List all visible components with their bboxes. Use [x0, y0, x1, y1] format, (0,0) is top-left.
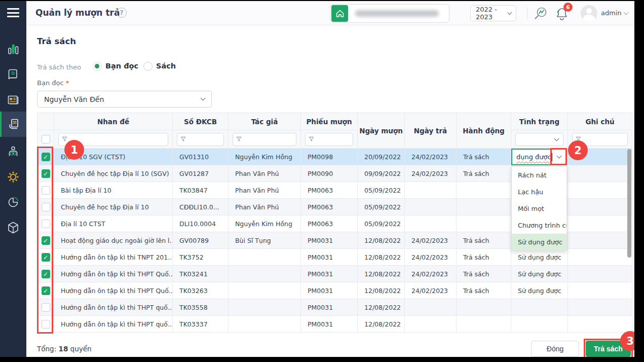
- row-checkbox[interactable]: ✓: [42, 236, 50, 245]
- cell-borrow-date: 12/08/2022: [358, 299, 405, 316]
- sidebar-item-inventory[interactable]: [0, 215, 26, 240]
- return-by-label: Trả sách theo: [37, 63, 81, 71]
- table-row[interactable]: Hướng dẫn ôn tập kì thi THPT quố...TK035…: [37, 299, 632, 316]
- cell-author: Nguyễn Kim Hồng: [229, 215, 301, 232]
- sidebar-item-readers[interactable]: [0, 139, 26, 164]
- cell-return-date: 24/02/2023: [405, 165, 457, 182]
- cell-note: [568, 299, 632, 316]
- cell-return-date: [405, 299, 457, 316]
- cell-status: [511, 299, 568, 316]
- status-option[interactable]: Mối mọt: [512, 200, 566, 217]
- status-filter-select[interactable]: [515, 133, 563, 146]
- cell-author: [229, 249, 301, 266]
- search-statistics-button[interactable]: [533, 6, 549, 24]
- row-checkbox[interactable]: ✓: [42, 286, 50, 295]
- cell-author: Phan Văn Phú: [229, 182, 301, 199]
- cell-return-date: 24/02/2023: [405, 149, 457, 165]
- cell-note: [568, 149, 632, 165]
- reader-icon: [7, 145, 20, 158]
- status-option[interactable]: Lạc hậu: [512, 184, 566, 200]
- close-button[interactable]: Đóng: [531, 341, 579, 357]
- row-checkbox[interactable]: ✓: [42, 270, 50, 278]
- cell-title: Hướng dẫn ôn tập kì thi THPT Quố...: [54, 282, 173, 299]
- menu-icon[interactable]: [7, 8, 19, 20]
- filter-input-author[interactable]: [233, 133, 296, 146]
- status-option[interactable]: Rách nát: [512, 167, 566, 184]
- sidebar-item-borrow-return[interactable]: [0, 112, 26, 137]
- radio-reader[interactable]: [93, 62, 102, 71]
- cell-note: [568, 316, 632, 333]
- table-row[interactable]: ✓Hướng dẫn ôn tập kì thi THPT Quố...TK03…: [37, 266, 632, 282]
- cell-slip: PM0031: [301, 249, 358, 266]
- app-window: Quản lý mượn trả ? 2022 - 2023: [0, 1, 634, 357]
- row-checkbox[interactable]: ✓: [42, 169, 50, 178]
- help-icon[interactable]: ?: [117, 8, 127, 18]
- avatar[interactable]: [581, 5, 597, 22]
- cell-return-date: 24/02/2023: [405, 266, 457, 282]
- table-row[interactable]: ✓Hướng dẫn ôn tập kì thi TNPT 201...TK37…: [37, 249, 632, 266]
- select-all-checkbox[interactable]: [42, 135, 50, 143]
- filter-input-note[interactable]: [572, 133, 628, 146]
- radio-book[interactable]: [143, 62, 153, 71]
- sidebar-item-dashboard[interactable]: [0, 37, 26, 62]
- status-combo-dropdown-button[interactable]: [552, 150, 565, 164]
- cell-author: [229, 282, 301, 299]
- required-asterisk: *: [66, 79, 69, 87]
- cell-slip: PM0031: [301, 266, 358, 282]
- sidebar-item-catalog[interactable]: [0, 87, 26, 113]
- status-option[interactable]: Chương trình cũ: [512, 217, 566, 234]
- sidebar-item-books[interactable]: [0, 62, 26, 87]
- row-checkbox[interactable]: [42, 303, 50, 312]
- book-hand-icon: [8, 118, 21, 131]
- cell-status: Sử dụng được: [511, 249, 568, 266]
- table-scrollbar[interactable]: [627, 149, 631, 258]
- cell-borrow-date: 09/09/2022: [358, 165, 405, 182]
- reader-select[interactable]: Nguyễn Văn Đến: [37, 91, 212, 107]
- sidebar: [0, 1, 26, 357]
- filter-input-slip[interactable]: [305, 133, 353, 146]
- status-dropdown: Rách nátLạc hậuMối mọtChương trình cũSử …: [511, 166, 567, 251]
- table-row[interactable]: Hướng dẫn ôn tập kì thi THPT quố...TK033…: [37, 316, 632, 333]
- row-checkbox[interactable]: [42, 203, 50, 211]
- cell-author: Phan Văn Phú: [229, 165, 301, 182]
- cell-status: Sử dụng được: [511, 266, 568, 282]
- return-books-button[interactable]: Trả sách: [586, 341, 631, 357]
- cell-author: Nguyễn Kim Hồng: [229, 149, 301, 165]
- home-button[interactable]: [331, 5, 348, 22]
- cell-code: TK03263: [173, 282, 229, 299]
- filter-input-code[interactable]: [177, 133, 224, 146]
- filter-input-title[interactable]: [58, 133, 168, 146]
- reader-field-label: Bạn đọc *: [37, 79, 69, 87]
- status-option[interactable]: Sử dụng được: [512, 234, 566, 250]
- cell-borrow-date: 05/09/2022: [358, 182, 405, 199]
- user-menu[interactable]: admin: [601, 9, 622, 17]
- header-row: Nhan đề Số ĐKCB Tác giả Phiếu mượn Ngày …: [37, 113, 632, 130]
- bar-chart-icon: [7, 43, 20, 56]
- header-slip: Phiếu mượn: [301, 113, 358, 130]
- header-action: Hành động: [457, 113, 511, 149]
- page-title: Quản lý mượn trả: [35, 8, 120, 18]
- cell-author: Bùi Sĩ Tụng: [229, 232, 301, 249]
- row-checkbox[interactable]: [42, 186, 50, 195]
- cell-action: Trả sách: [457, 149, 511, 165]
- funnel-icon: [62, 136, 67, 142]
- reader-select-value: Nguyễn Văn Đến: [44, 95, 104, 103]
- sidebar-item-reports[interactable]: [0, 190, 26, 215]
- cube-icon: [7, 221, 20, 234]
- row-checkbox[interactable]: [42, 220, 50, 228]
- row-checkbox[interactable]: ✓: [42, 253, 50, 262]
- radio-book-label[interactable]: Sách: [156, 62, 176, 70]
- cell-borrow-date: 12/08/2022: [358, 266, 405, 282]
- row-checkbox[interactable]: [42, 320, 50, 329]
- table-row[interactable]: ✓Hướng dẫn ôn tập kì thi THPT Quố...TK03…: [37, 282, 632, 299]
- cell-title: Hoạt động giáo dục ngoài giờ lên l...: [54, 232, 173, 249]
- cell-author: [229, 316, 301, 333]
- radio-reader-label[interactable]: Bạn đọc: [105, 62, 138, 70]
- book-icon: [7, 68, 20, 81]
- school-year-select[interactable]: 2022 - 2023: [470, 5, 516, 21]
- header-return-date: Ngày trả: [405, 113, 457, 149]
- row-checkbox[interactable]: ✓: [42, 153, 50, 161]
- header-status: Tình trạng: [511, 113, 568, 130]
- sidebar-item-settings[interactable]: [0, 164, 26, 190]
- school-selector[interactable]: [330, 4, 449, 23]
